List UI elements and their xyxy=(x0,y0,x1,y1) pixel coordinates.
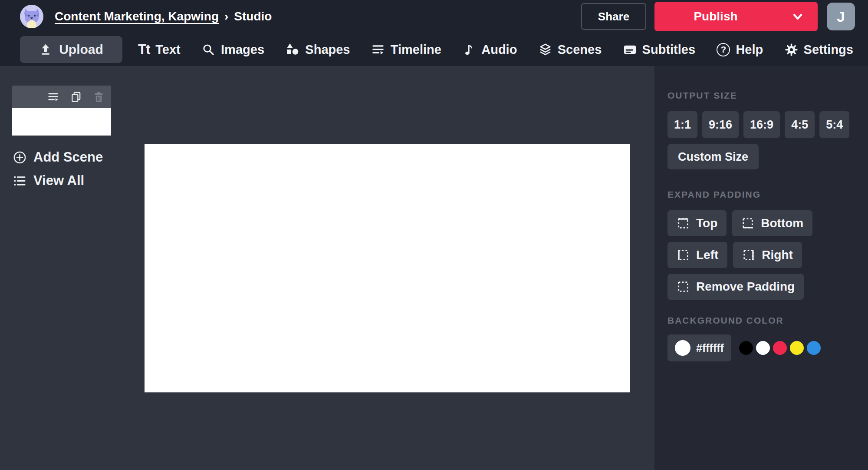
right-panel: OUTPUT SIZE 1:1 9:16 16:9 4:5 5:4 Custom… xyxy=(654,66,868,470)
music-note-icon xyxy=(463,43,476,56)
toolbar-item-label: Subtitles xyxy=(642,43,695,57)
output-size-label: OUTPUT SIZE xyxy=(667,90,858,101)
toolbar-item-label: Audio xyxy=(481,43,517,57)
layers-icon xyxy=(539,43,552,56)
padding-bottom-button[interactable]: Bottom xyxy=(732,210,812,236)
upload-button[interactable]: Upload xyxy=(20,36,122,63)
breadcrumb-project-link[interactable]: Content Marketing, Kapwing xyxy=(55,10,219,23)
toolbar-item-audio[interactable]: Audio xyxy=(463,43,517,57)
ratio-buttons: 1:1 9:16 16:9 4:5 5:4 xyxy=(667,111,858,138)
canvas[interactable] xyxy=(145,144,630,392)
breadcrumb-page: Studio xyxy=(234,10,272,23)
swatch-black[interactable] xyxy=(739,341,753,355)
toolbar: Upload Tt Text Images xyxy=(0,33,868,66)
workspace-avatar[interactable] xyxy=(20,5,43,28)
breadcrumb-separator: › xyxy=(224,10,228,23)
topbar: Content Marketing, Kapwing › Studio Shar… xyxy=(0,0,868,33)
custom-size-button[interactable]: Custom Size xyxy=(667,144,759,169)
upload-icon xyxy=(39,43,52,56)
shapes-icon xyxy=(286,43,299,56)
padding-bottom-label: Bottom xyxy=(761,216,803,230)
padding-right-label: Right xyxy=(762,248,793,262)
toolbar-items: Tt Text Images Shapes xyxy=(138,42,853,57)
padding-top-button[interactable]: Top xyxy=(667,210,727,236)
toolbar-item-help[interactable]: ? Help xyxy=(717,43,763,57)
header: Content Marketing, Kapwing › Studio Shar… xyxy=(0,0,868,66)
padding-left-icon xyxy=(677,248,690,261)
main-area: Add Scene View All OUTPUT SIZE xyxy=(0,66,868,470)
scene-reorder-button[interactable] xyxy=(48,91,59,103)
padding-top-icon xyxy=(677,217,690,230)
view-all-button[interactable]: View All xyxy=(13,173,84,189)
toolbar-item-scenes[interactable]: Scenes xyxy=(539,43,602,57)
toolbar-item-label: Images xyxy=(221,43,264,57)
swatch-white[interactable] xyxy=(756,341,770,355)
toolbar-item-label: Help xyxy=(736,43,763,57)
background-color-row: #ffffff xyxy=(667,334,858,361)
padding-left-label: Left xyxy=(696,248,718,262)
swatch-red[interactable] xyxy=(773,341,787,355)
scene-thumbnail-card[interactable] xyxy=(12,86,111,136)
remove-padding-icon xyxy=(677,280,690,293)
scene-card-toolbar xyxy=(12,86,111,108)
ratio-button-5-4[interactable]: 5:4 xyxy=(819,111,849,138)
toolbar-item-label: Settings xyxy=(804,43,853,57)
toolbar-item-subtitles[interactable]: Subtitles xyxy=(623,43,695,57)
scene-preview[interactable] xyxy=(12,108,111,136)
trash-icon xyxy=(93,91,105,103)
reorder-icon xyxy=(48,91,59,103)
chevron-down-icon xyxy=(791,10,805,23)
text-icon: Tt xyxy=(138,42,150,57)
toolbar-item-text[interactable]: Tt Text xyxy=(138,42,181,57)
swatch-yellow[interactable] xyxy=(790,341,804,355)
toolbar-item-shapes[interactable]: Shapes xyxy=(286,43,350,57)
color-swatches xyxy=(739,341,821,355)
list-icon xyxy=(13,174,26,188)
toolbar-item-timeline[interactable]: Timeline xyxy=(372,43,441,57)
toolbar-item-settings[interactable]: Settings xyxy=(785,43,853,57)
color-picker-button[interactable]: #ffffff xyxy=(667,334,731,361)
publish-split-button: Publish xyxy=(654,2,818,31)
padding-left-button[interactable]: Left xyxy=(667,242,727,268)
ratio-button-1-1[interactable]: 1:1 xyxy=(667,111,697,138)
cat-avatar-icon xyxy=(20,5,43,28)
topbar-actions: Share Publish J xyxy=(581,2,855,31)
publish-dropdown-button[interactable] xyxy=(777,2,818,31)
remove-padding-label: Remove Padding xyxy=(696,280,795,294)
padding-bottom-icon xyxy=(741,217,754,230)
duplicate-icon xyxy=(70,91,82,103)
scene-delete-button[interactable] xyxy=(93,91,105,103)
user-avatar[interactable]: J xyxy=(827,3,855,30)
help-icon: ? xyxy=(717,43,730,56)
remove-padding-button[interactable]: Remove Padding xyxy=(667,274,804,300)
padding-top-label: Top xyxy=(696,216,717,230)
ratio-button-9-16[interactable]: 9:16 xyxy=(702,111,739,138)
search-icon xyxy=(202,43,215,56)
toolbar-item-label: Text xyxy=(155,43,180,57)
publish-button[interactable]: Publish xyxy=(654,2,777,31)
captions-icon xyxy=(623,43,637,56)
toolbar-item-images[interactable]: Images xyxy=(202,43,264,57)
add-scene-label: Add Scene xyxy=(33,149,103,165)
padding-right-button[interactable]: Right xyxy=(733,242,802,268)
swatch-blue[interactable] xyxy=(807,341,821,355)
scene-duplicate-button[interactable] xyxy=(70,91,82,103)
ratio-button-4-5[interactable]: 4:5 xyxy=(785,111,815,138)
expand-padding-label: EXPAND PADDING xyxy=(667,189,858,200)
share-button[interactable]: Share xyxy=(581,3,646,30)
view-all-label: View All xyxy=(33,173,84,189)
toolbar-item-label: Scenes xyxy=(558,43,602,57)
plus-circle-icon xyxy=(13,151,26,164)
current-color-circle xyxy=(675,340,690,356)
scenes-sidebar: Add Scene View All xyxy=(0,66,130,470)
kapwing-studio-app: Content Marketing, Kapwing › Studio Shar… xyxy=(0,0,868,470)
timeline-icon xyxy=(372,43,385,56)
gear-icon xyxy=(785,43,798,56)
ratio-button-16-9[interactable]: 16:9 xyxy=(743,111,780,138)
padding-row-1: Top Bottom xyxy=(667,210,858,236)
current-color-value: #ffffff xyxy=(696,342,724,354)
background-color-label: BACKGROUND COLOR xyxy=(667,315,858,326)
toolbar-item-label: Timeline xyxy=(391,43,441,57)
canvas-area xyxy=(130,66,654,470)
add-scene-button[interactable]: Add Scene xyxy=(13,149,103,165)
